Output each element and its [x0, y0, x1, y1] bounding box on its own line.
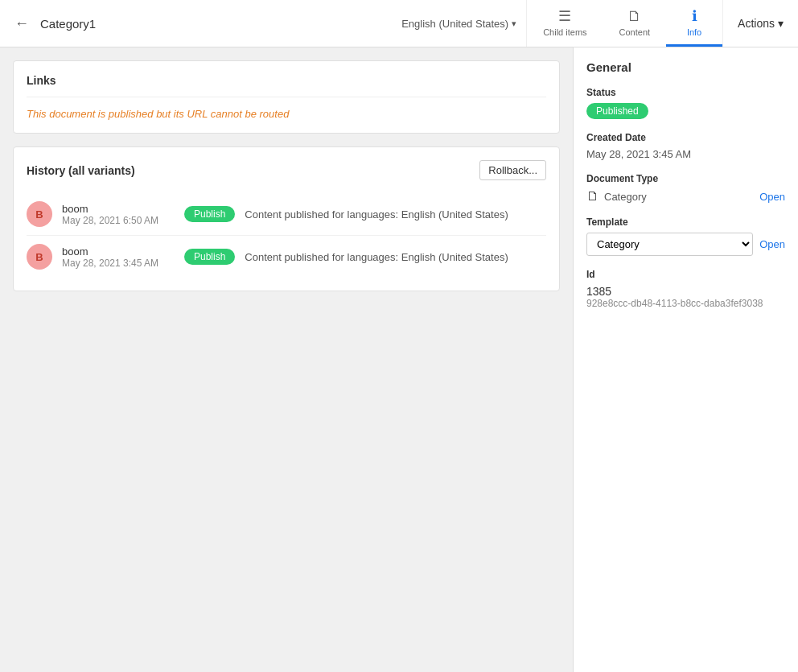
main-content: Links This document is published but its…	[0, 47, 798, 672]
history-title: History (all variants)	[27, 164, 135, 177]
doc-type-value: Category	[604, 191, 647, 203]
history-date: May 28, 2021 6:50 AM	[62, 215, 175, 226]
links-card: Links This document is published but its…	[13, 60, 560, 134]
doc-type-section: Document Type 🗋 Category Open	[586, 173, 785, 204]
history-description: Content published for languages: English…	[245, 251, 508, 263]
created-date-label: Created Date	[586, 132, 785, 143]
tab-child-items-label: Child items	[543, 27, 586, 37]
history-card: History (all variants) Rollback... B boo…	[13, 146, 560, 291]
id-value: 1385	[586, 285, 785, 298]
history-meta: boom May 28, 2021 3:45 AM	[62, 245, 175, 269]
actions-chevron-icon: ▾	[778, 17, 784, 30]
language-selector[interactable]: English (United States) ▾	[401, 18, 516, 30]
right-panel: General Status Published Created Date Ma…	[573, 47, 798, 672]
links-divider	[27, 97, 546, 97]
created-date-value: May 28, 2021 3:45 AM	[586, 148, 785, 160]
left-panel: Links This document is published but its…	[0, 47, 573, 672]
doc-type-inner: 🗋 Category	[586, 189, 647, 204]
tab-content-label: Content	[619, 27, 651, 37]
id-label: Id	[586, 269, 785, 280]
document-title: Category1	[40, 17, 96, 31]
doc-type-open-link[interactable]: Open	[759, 191, 785, 203]
language-label: English (United States)	[401, 18, 508, 30]
back-button[interactable]: ←	[10, 12, 34, 35]
history-item: B boom May 28, 2021 3:45 AM Publish Cont…	[27, 236, 546, 278]
top-bar-left: ← Category1 English (United States) ▾	[0, 0, 527, 47]
document-icon: 🗋	[586, 189, 599, 204]
tab-content[interactable]: 🗋 Content	[603, 0, 667, 47]
actions-button[interactable]: Actions ▾	[722, 0, 798, 47]
tab-info[interactable]: ℹ Info	[666, 0, 722, 47]
template-select[interactable]: Category	[586, 233, 753, 256]
links-title: Links	[27, 74, 546, 87]
top-bar-tabs: ☰ Child items 🗋 Content ℹ Info Actions ▾	[527, 0, 798, 47]
history-user: boom	[62, 245, 175, 258]
links-warning: This document is published but its URL c…	[27, 108, 289, 120]
top-bar: ← Category1 English (United States) ▾ ☰ …	[0, 0, 798, 47]
info-icon: ℹ	[692, 7, 697, 25]
doc-type-row: 🗋 Category Open	[586, 189, 785, 204]
avatar: B	[27, 201, 52, 227]
history-date: May 28, 2021 3:45 AM	[62, 258, 175, 269]
publish-badge: Publish	[184, 249, 235, 265]
avatar: B	[27, 244, 52, 270]
status-section: Status Published	[586, 87, 785, 119]
tab-info-label: Info	[687, 27, 701, 37]
general-title: General	[586, 60, 785, 74]
child-items-icon: ☰	[558, 7, 571, 25]
template-label: Template	[586, 216, 785, 228]
publish-badge: Publish	[184, 206, 235, 222]
history-item: B boom May 28, 2021 6:50 AM Publish Cont…	[27, 193, 546, 236]
history-user: boom	[62, 203, 175, 215]
id-section: Id 1385 928e8ccc-db48-4113-b8cc-daba3fef…	[586, 269, 785, 309]
doc-type-label: Document Type	[586, 173, 785, 184]
history-description: Content published for languages: English…	[245, 208, 508, 221]
created-date-section: Created Date May 28, 2021 3:45 AM	[586, 132, 785, 160]
history-meta: boom May 28, 2021 6:50 AM	[62, 203, 175, 226]
guid-value: 928e8ccc-db48-4113-b8cc-daba3fef3038	[586, 298, 785, 309]
status-badge: Published	[586, 103, 648, 119]
template-open-link[interactable]: Open	[759, 238, 785, 250]
content-icon: 🗋	[627, 8, 642, 25]
template-row: Category Open	[586, 233, 785, 256]
rollback-button[interactable]: Rollback...	[479, 160, 546, 180]
status-label: Status	[586, 87, 785, 98]
chevron-down-icon: ▾	[512, 19, 516, 29]
history-header: History (all variants) Rollback...	[27, 160, 546, 180]
template-section: Template Category Open	[586, 216, 785, 256]
actions-label: Actions	[738, 17, 775, 30]
tab-child-items[interactable]: ☰ Child items	[527, 0, 603, 47]
